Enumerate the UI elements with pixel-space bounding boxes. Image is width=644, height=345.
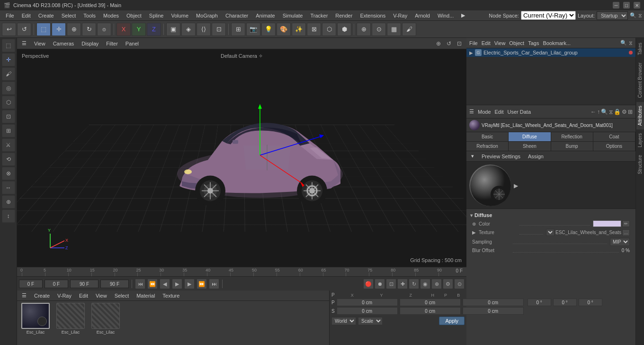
menu-arnold[interactable]: Arnold [411,12,434,19]
tab-sheen[interactable]: Sheen [509,142,551,151]
tab-refraction[interactable]: Refraction [466,142,509,151]
mat-menu-view[interactable]: View [94,293,109,299]
vp-menu-display[interactable]: Display [80,41,100,46]
sidebar-sculpt-tool[interactable]: ◎ [2,82,15,95]
menu-simulate[interactable]: Simulate [279,12,307,19]
tl-keyframe-btn[interactable]: 🔴 [363,279,374,289]
menu-tools[interactable]: Tools [80,12,99,19]
sidebar-selection-tool[interactable]: ⬚ [2,39,15,52]
nurbs-btn[interactable]: ⬢ [337,23,351,36]
attr-up-icon[interactable]: ↑ [597,109,600,115]
attr-filter-icon[interactable]: ⧖ [609,109,613,115]
attr-edit-menu[interactable]: Edit [495,109,504,115]
env-btn[interactable]: ▦ [387,23,401,36]
texture-toggle-icon[interactable]: ▶ [472,230,476,235]
sky-btn[interactable]: ⊙ [372,23,386,36]
render-view-btn[interactable]: ⊡ [212,23,226,36]
ot-file-menu[interactable]: File [469,40,478,46]
tab-diffuse[interactable]: Diffuse [509,132,551,141]
attr-userdata-menu[interactable]: User Data [508,109,531,115]
next-frame-button[interactable]: ⏩ [197,279,207,289]
rs-tab-attributes[interactable]: Attributes [636,102,644,129]
y-axis-btn[interactable]: Y [132,23,146,36]
title-bar-controls[interactable]: ─ □ ✕ [613,2,640,9]
vp-menu-panel[interactable]: Panel [124,41,141,46]
mat-menu-material[interactable]: Material [134,293,157,299]
scale-select[interactable]: Scale [358,317,383,325]
tab-coat[interactable]: Coat [593,132,635,141]
material-item-1[interactable]: Esc_Lilac [19,303,52,335]
live-select-button[interactable]: ⬚ [36,23,51,36]
menu-spline[interactable]: Spline [145,12,168,19]
tree-item-car-group[interactable]: ▶ G Electric_Sports_Car_Sedan_Lilac_grou… [466,48,635,57]
scale-x-input[interactable] [337,307,398,315]
sidebar-weld-tool[interactable]: ⊕ [2,195,15,209]
ot-object-menu[interactable]: Object [509,40,524,46]
tl-filter-btn[interactable]: ◉ [420,279,430,289]
diffuse-section-header[interactable]: ▾ Diffuse [468,211,634,219]
texture-arrow-select[interactable]: ▾ [546,229,555,236]
color-toggle-icon[interactable]: ⊕ [472,221,476,227]
vp-icon-fullscreen[interactable]: ⊡ [455,39,464,48]
deformer-btn[interactable]: ⊠ [307,23,321,36]
material-item-2[interactable]: Esc_Lilac [54,303,87,335]
scale-y-input[interactable] [400,307,461,315]
transform-button[interactable]: ⌾ [97,23,111,36]
preview-arrow-icon[interactable]: ▶ [514,182,519,188]
minimize-button[interactable]: ─ [613,2,619,9]
object-cube-btn[interactable]: ⊞ [231,23,245,36]
material-item-3[interactable]: Esc_Lilac [89,303,122,335]
ot-tags-menu[interactable]: Tags [528,40,539,46]
tl-loop-btn[interactable]: ↻ [409,279,419,289]
menu-animate[interactable]: Animate [252,12,278,19]
search-icon[interactable]: 🔍 [630,12,636,18]
sidebar-magnet-tool[interactable]: ⊗ [2,167,15,180]
world-select[interactable]: World [331,317,356,325]
ot-filter-icon[interactable]: ⧖ [629,40,633,46]
sidebar-mirror-tool[interactable]: ↔ [2,181,15,194]
goto-end-button[interactable]: ⏭ [209,279,219,289]
tl-auto-key-btn[interactable]: ⊡ [386,279,396,289]
menu-mograph[interactable]: MoGraph [192,12,222,19]
menu-edit[interactable]: Edit [18,12,35,19]
menu-vray[interactable]: V-Ray [389,12,411,19]
camera-btn[interactable]: 📷 [246,23,260,36]
sidebar-paint-tool[interactable]: 🖌 [2,67,15,81]
tl-motion-path-btn[interactable]: ⊙ [454,279,465,289]
attr-expand-icon[interactable]: ⊞ [628,109,633,115]
rotate-button[interactable]: ⊕ [67,23,81,36]
sidebar-extrude-tool[interactable]: ⊡ [2,110,15,123]
render-settings-btn[interactable]: ▣ [166,23,180,36]
sampling-method-select[interactable]: MIP [610,238,630,246]
floor-btn[interactable]: ⊕ [357,23,371,36]
particle-btn[interactable]: ✨ [292,23,306,36]
x-axis-btn[interactable]: X [116,23,131,36]
end-frame-input[interactable] [70,280,98,288]
render-region-btn[interactable]: ◈ [181,23,196,36]
rs-tab-layers[interactable]: Layers [636,129,644,151]
apply-button[interactable]: Apply [439,317,465,325]
tl-ik-btn[interactable]: ⚙ [443,279,453,289]
color-picker-icon[interactable]: ✏ [622,220,630,227]
attr-settings-icon[interactable]: ⚙ [622,109,627,115]
vp-menu-cameras[interactable]: Cameras [51,41,76,46]
sidebar-move-tool[interactable]: ✛ [2,53,15,66]
layout-select[interactable]: Startup [597,11,628,20]
menu-tracker[interactable]: Tracker [306,12,331,19]
viewport-3d[interactable]: Perspective Default Camera ✧ Grid Spacin… [17,49,466,267]
menu-object[interactable]: Object [123,12,145,19]
menu-select[interactable]: Select [58,12,80,19]
filter-icon[interactable]: ⧖ [638,12,642,18]
sidebar-measure-tool[interactable]: ↕ [2,209,15,223]
vp-menu-view[interactable]: View [32,41,47,46]
rs-tab-structure[interactable]: Structure [636,151,644,178]
texture-more-icon[interactable]: … [622,229,630,236]
z-axis-btn[interactable]: Z [147,23,161,36]
tab-bump[interactable]: Bump [551,142,593,151]
menu-render[interactable]: Render [331,12,356,19]
menu-wind[interactable]: Wind... [434,12,457,19]
menu-arrow[interactable]: ▶ [457,11,469,19]
scale-button[interactable]: ↻ [82,23,96,36]
attr-lock-icon[interactable]: 🔒 [614,109,621,115]
tl-motion-blur-btn[interactable]: ✚ [397,279,408,289]
